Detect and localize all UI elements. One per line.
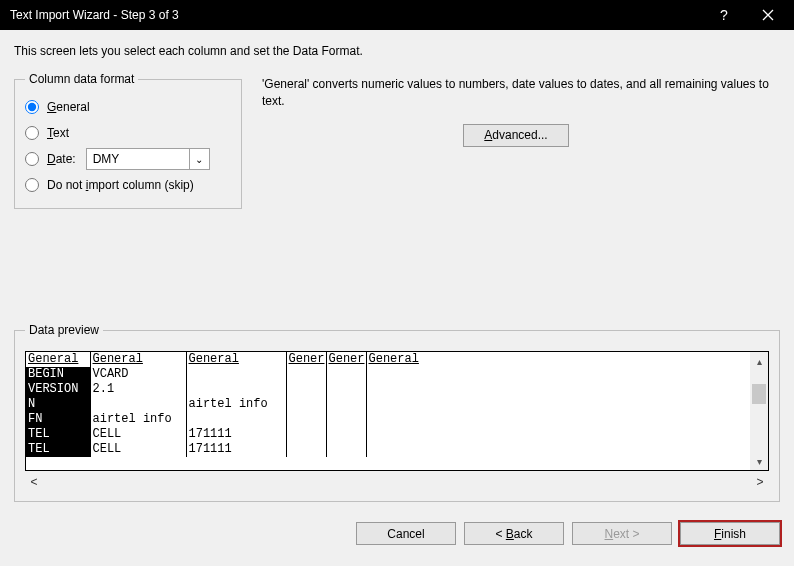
preview-cell: VERSION: [26, 382, 90, 397]
column-data-format-group: Column data format General Text Date: DM…: [14, 72, 242, 209]
next-button: Next >: [572, 522, 672, 545]
preview-cell: [366, 427, 750, 442]
preview-cell: [286, 382, 326, 397]
help-button[interactable]: ?: [702, 0, 746, 30]
cancel-button[interactable]: Cancel: [356, 522, 456, 545]
preview-cell: [286, 442, 326, 457]
preview-cell: [326, 442, 366, 457]
preview-header[interactable]: General: [366, 352, 750, 367]
preview-cell: airtel info: [186, 397, 286, 412]
preview-cell: [90, 397, 186, 412]
preview-cell: 171111: [186, 442, 286, 457]
preview-cell: [326, 397, 366, 412]
preview-box: GeneralGeneralGeneralGenerGenerGeneralBE…: [25, 351, 769, 471]
preview-cell: 171111: [186, 427, 286, 442]
preview-cell: [366, 367, 750, 382]
preview-cell: [186, 382, 286, 397]
radio-skip[interactable]: [25, 178, 39, 192]
wizard-button-row: Cancel < Back Next > Finish: [0, 512, 794, 555]
preview-header[interactable]: Gener: [326, 352, 366, 367]
scroll-thumb[interactable]: [752, 384, 766, 404]
preview-cell: [326, 367, 366, 382]
preview-cell: TEL: [26, 442, 90, 457]
preview-header[interactable]: General: [186, 352, 286, 367]
preview-cell: [286, 412, 326, 427]
vertical-scrollbar[interactable]: ▴ ▾: [750, 352, 768, 470]
label-skip[interactable]: Do not import column (skip): [47, 178, 194, 192]
close-button[interactable]: [746, 0, 790, 30]
date-format-value: DMY: [93, 152, 120, 166]
preview-cell: [286, 367, 326, 382]
preview-cell: [366, 382, 750, 397]
preview-legend: Data preview: [25, 323, 103, 337]
preview-cell: [326, 412, 366, 427]
chevron-down-icon: ⌄: [189, 149, 209, 169]
preview-cell: [366, 412, 750, 427]
horizontal-scrollbar[interactable]: < >: [25, 473, 769, 491]
preview-cell: VCARD: [90, 367, 186, 382]
preview-cell: [326, 427, 366, 442]
preview-cell: airtel info: [90, 412, 186, 427]
close-icon: [762, 9, 774, 21]
radio-general[interactable]: [25, 100, 39, 114]
general-hint-text: 'General' converts numeric values to num…: [262, 76, 770, 110]
preview-header[interactable]: Gener: [286, 352, 326, 367]
titlebar: Text Import Wizard - Step 3 of 3 ?: [0, 0, 794, 30]
scroll-right-icon: >: [751, 475, 769, 489]
column-format-legend: Column data format: [25, 72, 138, 86]
date-format-select[interactable]: DMY ⌄: [86, 148, 210, 170]
preview-cell: N: [26, 397, 90, 412]
scroll-left-icon: <: [25, 475, 43, 489]
preview-cell: [366, 442, 750, 457]
preview-cell: CELL: [90, 442, 186, 457]
data-preview-group: Data preview GeneralGeneralGeneralGenerG…: [14, 323, 780, 502]
radio-date[interactable]: [25, 152, 39, 166]
preview-header[interactable]: General: [90, 352, 186, 367]
preview-cell: [326, 382, 366, 397]
preview-table: GeneralGeneralGeneralGenerGenerGeneralBE…: [26, 352, 750, 457]
label-general[interactable]: General: [47, 100, 90, 114]
window-title: Text Import Wizard - Step 3 of 3: [10, 8, 702, 22]
preview-cell: [286, 397, 326, 412]
preview-cell: [286, 427, 326, 442]
instruction-text: This screen lets you select each column …: [14, 44, 780, 58]
preview-cell: FN: [26, 412, 90, 427]
preview-cell: BEGIN: [26, 367, 90, 382]
label-text[interactable]: Text: [47, 126, 69, 140]
finish-button[interactable]: Finish: [680, 522, 780, 545]
scroll-up-icon: ▴: [750, 352, 768, 370]
advanced-button[interactable]: Advanced...: [463, 124, 568, 147]
radio-text[interactable]: [25, 126, 39, 140]
scroll-down-icon: ▾: [750, 452, 768, 470]
preview-cell: TEL: [26, 427, 90, 442]
preview-cell: 2.1: [90, 382, 186, 397]
preview-cell: [366, 397, 750, 412]
preview-cell: CELL: [90, 427, 186, 442]
preview-cell: [186, 367, 286, 382]
back-button[interactable]: < Back: [464, 522, 564, 545]
preview-cell: [186, 412, 286, 427]
preview-header[interactable]: General: [26, 352, 90, 367]
label-date[interactable]: Date:: [47, 152, 76, 166]
